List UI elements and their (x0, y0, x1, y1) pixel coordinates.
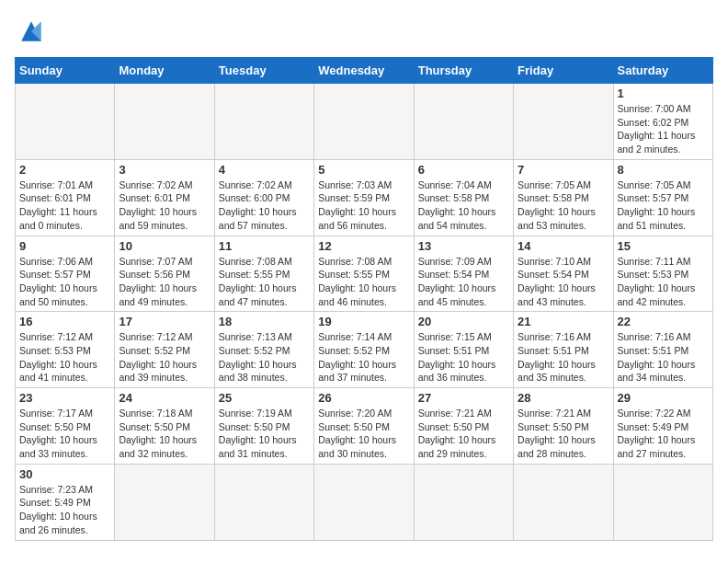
calendar-day-cell: 28Sunrise: 7:21 AM Sunset: 5:50 PM Dayli… (514, 388, 613, 465)
calendar-week-row: 30Sunrise: 7:23 AM Sunset: 5:49 PM Dayli… (16, 464, 713, 540)
day-number: 27 (418, 391, 509, 405)
calendar-week-row: 23Sunrise: 7:17 AM Sunset: 5:50 PM Dayli… (16, 388, 713, 465)
day-number: 5 (318, 163, 409, 177)
day-info: Sunrise: 7:17 AM Sunset: 5:50 PM Dayligh… (19, 407, 110, 461)
day-info: Sunrise: 7:14 AM Sunset: 5:52 PM Dayligh… (318, 330, 409, 385)
calendar-day-cell: 1Sunrise: 7:00 AM Sunset: 6:02 PM Daylig… (613, 84, 712, 160)
calendar-day-cell: 5Sunrise: 7:03 AM Sunset: 5:59 PM Daylig… (314, 159, 414, 236)
day-number: 26 (318, 391, 409, 405)
day-number: 2 (19, 163, 110, 177)
calendar-day-cell: 22Sunrise: 7:16 AM Sunset: 5:51 PM Dayli… (613, 312, 712, 388)
day-number: 18 (219, 315, 310, 328)
day-number: 15 (618, 239, 709, 253)
calendar-day-cell: 17Sunrise: 7:12 AM Sunset: 5:52 PM Dayli… (115, 312, 214, 388)
weekday-header: Monday (115, 58, 214, 84)
calendar-day-cell: 12Sunrise: 7:08 AM Sunset: 5:55 PM Dayli… (314, 236, 414, 312)
day-info: Sunrise: 7:16 AM Sunset: 5:51 PM Dayligh… (518, 330, 609, 385)
calendar-day-cell (314, 464, 414, 540)
calendar-day-cell: 16Sunrise: 7:12 AM Sunset: 5:53 PM Dayli… (16, 312, 115, 388)
calendar-day-cell: 30Sunrise: 7:23 AM Sunset: 5:49 PM Dayli… (16, 464, 115, 540)
day-info: Sunrise: 7:05 AM Sunset: 5:58 PM Dayligh… (518, 178, 609, 233)
calendar-week-row: 2Sunrise: 7:01 AM Sunset: 6:01 PM Daylig… (16, 159, 713, 236)
day-info: Sunrise: 7:04 AM Sunset: 5:58 PM Dayligh… (418, 178, 509, 233)
day-number: 16 (19, 315, 110, 328)
day-info: Sunrise: 7:10 AM Sunset: 5:54 PM Dayligh… (518, 255, 609, 309)
day-info: Sunrise: 7:20 AM Sunset: 5:50 PM Dayligh… (318, 407, 409, 461)
day-number: 9 (19, 239, 110, 253)
day-number: 1 (618, 86, 709, 100)
calendar-day-cell (613, 464, 712, 540)
weekday-header: Saturday (613, 58, 712, 84)
day-info: Sunrise: 7:19 AM Sunset: 5:50 PM Dayligh… (219, 407, 310, 461)
day-number: 30 (19, 467, 110, 481)
calendar-day-cell (314, 84, 414, 160)
calendar-day-cell (115, 464, 214, 540)
weekday-header: Sunday (16, 58, 115, 84)
calendar-day-cell (16, 84, 115, 160)
day-info: Sunrise: 7:02 AM Sunset: 6:00 PM Dayligh… (219, 178, 310, 233)
day-info: Sunrise: 7:08 AM Sunset: 5:55 PM Dayligh… (318, 255, 409, 309)
day-number: 12 (318, 239, 409, 253)
day-info: Sunrise: 7:09 AM Sunset: 5:54 PM Dayligh… (418, 255, 509, 309)
day-number: 29 (618, 391, 709, 405)
calendar-day-cell: 21Sunrise: 7:16 AM Sunset: 5:51 PM Dayli… (514, 312, 613, 388)
calendar-day-cell (214, 84, 313, 160)
day-number: 17 (119, 315, 210, 328)
day-number: 19 (318, 315, 409, 328)
calendar-week-row: 9Sunrise: 7:06 AM Sunset: 5:57 PM Daylig… (16, 236, 713, 312)
day-number: 13 (418, 239, 509, 253)
calendar-day-cell: 9Sunrise: 7:06 AM Sunset: 5:57 PM Daylig… (16, 236, 115, 312)
day-number: 14 (518, 239, 609, 253)
calendar-day-cell: 27Sunrise: 7:21 AM Sunset: 5:50 PM Dayli… (414, 388, 513, 465)
day-number: 11 (219, 239, 310, 253)
calendar-header-row: SundayMondayTuesdayWednesdayThursdayFrid… (16, 58, 713, 84)
calendar-day-cell: 29Sunrise: 7:22 AM Sunset: 5:49 PM Dayli… (613, 388, 712, 465)
day-info: Sunrise: 7:00 AM Sunset: 6:02 PM Dayligh… (618, 102, 709, 156)
calendar-day-cell: 23Sunrise: 7:17 AM Sunset: 5:50 PM Dayli… (16, 388, 115, 465)
day-info: Sunrise: 7:03 AM Sunset: 5:59 PM Dayligh… (318, 178, 409, 233)
calendar-day-cell: 18Sunrise: 7:13 AM Sunset: 5:52 PM Dayli… (214, 312, 313, 388)
weekday-header: Wednesday (314, 58, 414, 84)
day-info: Sunrise: 7:01 AM Sunset: 6:01 PM Dayligh… (19, 178, 110, 233)
weekday-header: Friday (514, 58, 613, 84)
day-info: Sunrise: 7:18 AM Sunset: 5:50 PM Dayligh… (119, 407, 210, 461)
day-number: 28 (518, 391, 609, 405)
calendar-day-cell: 19Sunrise: 7:14 AM Sunset: 5:52 PM Dayli… (314, 312, 414, 388)
day-info: Sunrise: 7:15 AM Sunset: 5:51 PM Dayligh… (418, 330, 509, 385)
weekday-header: Thursday (414, 58, 513, 84)
calendar-day-cell: 10Sunrise: 7:07 AM Sunset: 5:56 PM Dayli… (115, 236, 214, 312)
calendar-day-cell (514, 464, 613, 540)
calendar-day-cell: 6Sunrise: 7:04 AM Sunset: 5:58 PM Daylig… (414, 159, 513, 236)
day-info: Sunrise: 7:22 AM Sunset: 5:49 PM Dayligh… (618, 407, 709, 461)
calendar-day-cell: 4Sunrise: 7:02 AM Sunset: 6:00 PM Daylig… (214, 159, 313, 236)
calendar-week-row: 1Sunrise: 7:00 AM Sunset: 6:02 PM Daylig… (16, 84, 713, 160)
calendar-day-cell (115, 84, 214, 160)
day-number: 21 (518, 315, 609, 328)
day-number: 25 (219, 391, 310, 405)
day-info: Sunrise: 7:11 AM Sunset: 5:53 PM Dayligh… (618, 255, 709, 309)
day-number: 7 (518, 163, 609, 177)
day-number: 10 (119, 239, 210, 253)
day-number: 22 (618, 315, 709, 328)
calendar-day-cell: 20Sunrise: 7:15 AM Sunset: 5:51 PM Dayli… (414, 312, 513, 388)
day-info: Sunrise: 7:13 AM Sunset: 5:52 PM Dayligh… (219, 330, 310, 385)
calendar-day-cell: 25Sunrise: 7:19 AM Sunset: 5:50 PM Dayli… (214, 388, 313, 465)
calendar-day-cell (514, 84, 613, 160)
weekday-header: Tuesday (214, 58, 313, 84)
day-info: Sunrise: 7:16 AM Sunset: 5:51 PM Dayligh… (618, 330, 709, 385)
calendar-table: SundayMondayTuesdayWednesdayThursdayFrid… (15, 57, 713, 541)
calendar-day-cell: 14Sunrise: 7:10 AM Sunset: 5:54 PM Dayli… (514, 236, 613, 312)
logo-icon (15, 15, 48, 48)
day-info: Sunrise: 7:23 AM Sunset: 5:49 PM Dayligh… (19, 483, 110, 537)
calendar-day-cell: 26Sunrise: 7:20 AM Sunset: 5:50 PM Dayli… (314, 388, 414, 465)
day-number: 8 (618, 163, 709, 177)
day-info: Sunrise: 7:07 AM Sunset: 5:56 PM Dayligh… (119, 255, 210, 309)
page-header (15, 15, 713, 48)
day-info: Sunrise: 7:21 AM Sunset: 5:50 PM Dayligh… (518, 407, 609, 461)
calendar-day-cell (214, 464, 313, 540)
day-info: Sunrise: 7:08 AM Sunset: 5:55 PM Dayligh… (219, 255, 310, 309)
day-number: 20 (418, 315, 509, 328)
calendar-day-cell: 13Sunrise: 7:09 AM Sunset: 5:54 PM Dayli… (414, 236, 513, 312)
calendar-day-cell: 15Sunrise: 7:11 AM Sunset: 5:53 PM Dayli… (613, 236, 712, 312)
day-number: 24 (119, 391, 210, 405)
